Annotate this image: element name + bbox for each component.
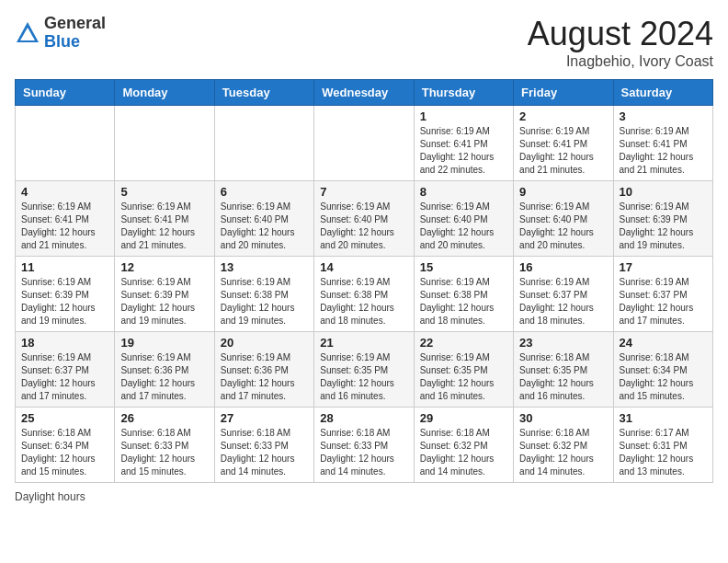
calendar-cell: 7Sunrise: 6:19 AM Sunset: 6:40 PM Daylig…	[314, 181, 414, 257]
day-number: 7	[320, 185, 407, 199]
day-number: 31	[620, 411, 707, 425]
calendar-cell	[314, 106, 414, 181]
calendar-week-row: 18Sunrise: 6:19 AM Sunset: 6:37 PM Dayli…	[16, 332, 713, 408]
day-header-saturday: Saturday	[613, 80, 712, 106]
day-header-thursday: Thursday	[414, 80, 513, 106]
logo-icon	[15, 20, 40, 46]
calendar-cell: 5Sunrise: 6:19 AM Sunset: 6:41 PM Daylig…	[115, 181, 214, 257]
calendar-cell: 18Sunrise: 6:19 AM Sunset: 6:37 PM Dayli…	[16, 332, 115, 408]
footer-note: Daylight hours	[15, 490, 713, 503]
day-number: 3	[620, 109, 707, 123]
day-detail: Sunrise: 6:19 AM Sunset: 6:39 PM Dayligh…	[620, 201, 707, 252]
day-detail: Sunrise: 6:19 AM Sunset: 6:35 PM Dayligh…	[320, 351, 407, 403]
calendar-week-row: 25Sunrise: 6:18 AM Sunset: 6:34 PM Dayli…	[16, 408, 713, 483]
day-number: 20	[221, 336, 308, 350]
day-detail: Sunrise: 6:19 AM Sunset: 6:39 PM Dayligh…	[120, 276, 208, 327]
day-detail: Sunrise: 6:19 AM Sunset: 6:39 PM Dayligh…	[21, 276, 108, 327]
day-number: 21	[320, 336, 407, 350]
logo: General Blue	[15, 15, 106, 52]
calendar-cell: 4Sunrise: 6:19 AM Sunset: 6:41 PM Daylig…	[16, 181, 115, 257]
calendar-week-row: 11Sunrise: 6:19 AM Sunset: 6:39 PM Dayli…	[16, 257, 713, 332]
day-number: 27	[221, 411, 308, 425]
calendar-cell: 3Sunrise: 6:19 AM Sunset: 6:41 PM Daylig…	[613, 106, 712, 181]
calendar-cell	[115, 106, 214, 181]
calendar-cell: 8Sunrise: 6:19 AM Sunset: 6:40 PM Daylig…	[414, 181, 513, 257]
day-number: 26	[120, 411, 208, 425]
day-number: 6	[221, 185, 308, 199]
calendar-cell: 31Sunrise: 6:17 AM Sunset: 6:31 PM Dayli…	[613, 408, 712, 483]
day-detail: Sunrise: 6:18 AM Sunset: 6:34 PM Dayligh…	[620, 351, 707, 403]
calendar-cell: 23Sunrise: 6:18 AM Sunset: 6:35 PM Dayli…	[514, 332, 613, 408]
day-detail: Sunrise: 6:17 AM Sunset: 6:31 PM Dayligh…	[620, 427, 707, 478]
calendar-cell: 16Sunrise: 6:19 AM Sunset: 6:37 PM Dayli…	[514, 257, 613, 332]
day-number: 19	[120, 336, 208, 350]
calendar-table: SundayMondayTuesdayWednesdayThursdayFrid…	[15, 79, 713, 483]
day-detail: Sunrise: 6:19 AM Sunset: 6:38 PM Dayligh…	[420, 276, 507, 327]
calendar-cell: 26Sunrise: 6:18 AM Sunset: 6:33 PM Dayli…	[115, 408, 214, 483]
day-detail: Sunrise: 6:19 AM Sunset: 6:37 PM Dayligh…	[519, 276, 607, 327]
title-section: August 2024 Inagbehio, Ivory Coast	[528, 15, 713, 70]
day-detail: Sunrise: 6:19 AM Sunset: 6:37 PM Dayligh…	[620, 276, 707, 327]
day-detail: Sunrise: 6:18 AM Sunset: 6:32 PM Dayligh…	[519, 427, 607, 478]
logo-blue: Blue	[44, 33, 106, 52]
calendar-header: SundayMondayTuesdayWednesdayThursdayFrid…	[16, 80, 713, 106]
calendar-cell: 30Sunrise: 6:18 AM Sunset: 6:32 PM Dayli…	[514, 408, 613, 483]
day-detail: Sunrise: 6:19 AM Sunset: 6:41 PM Dayligh…	[620, 125, 707, 177]
day-number: 13	[221, 260, 308, 274]
location-subtitle: Inagbehio, Ivory Coast	[528, 53, 713, 70]
day-detail: Sunrise: 6:19 AM Sunset: 6:37 PM Dayligh…	[21, 351, 108, 403]
day-number: 16	[519, 260, 607, 274]
day-number: 29	[420, 411, 507, 425]
calendar-cell: 6Sunrise: 6:19 AM Sunset: 6:40 PM Daylig…	[214, 181, 313, 257]
day-header-sunday: Sunday	[16, 80, 115, 106]
calendar-cell: 11Sunrise: 6:19 AM Sunset: 6:39 PM Dayli…	[16, 257, 115, 332]
calendar-cell: 20Sunrise: 6:19 AM Sunset: 6:36 PM Dayli…	[214, 332, 313, 408]
day-header-monday: Monday	[115, 80, 214, 106]
page-header: General Blue August 2024 Inagbehio, Ivor…	[15, 15, 713, 70]
calendar-cell: 22Sunrise: 6:19 AM Sunset: 6:35 PM Dayli…	[414, 332, 513, 408]
calendar-cell: 15Sunrise: 6:19 AM Sunset: 6:38 PM Dayli…	[414, 257, 513, 332]
day-detail: Sunrise: 6:19 AM Sunset: 6:41 PM Dayligh…	[420, 125, 507, 177]
day-number: 30	[519, 411, 607, 425]
day-header-wednesday: Wednesday	[314, 80, 414, 106]
day-detail: Sunrise: 6:18 AM Sunset: 6:33 PM Dayligh…	[120, 427, 208, 478]
day-number: 17	[620, 260, 707, 274]
day-number: 10	[620, 185, 707, 199]
day-detail: Sunrise: 6:19 AM Sunset: 6:40 PM Dayligh…	[420, 201, 507, 252]
calendar-cell: 19Sunrise: 6:19 AM Sunset: 6:36 PM Dayli…	[115, 332, 214, 408]
calendar-cell: 17Sunrise: 6:19 AM Sunset: 6:37 PM Dayli…	[613, 257, 712, 332]
calendar-cell: 12Sunrise: 6:19 AM Sunset: 6:39 PM Dayli…	[115, 257, 214, 332]
day-number: 23	[519, 336, 607, 350]
day-number: 5	[120, 185, 208, 199]
day-number: 24	[620, 336, 707, 350]
day-number: 14	[320, 260, 407, 274]
calendar-cell: 9Sunrise: 6:19 AM Sunset: 6:40 PM Daylig…	[514, 181, 613, 257]
day-number: 11	[21, 260, 108, 274]
days-of-week-row: SundayMondayTuesdayWednesdayThursdayFrid…	[16, 80, 713, 106]
calendar-cell: 24Sunrise: 6:18 AM Sunset: 6:34 PM Dayli…	[613, 332, 712, 408]
day-detail: Sunrise: 6:19 AM Sunset: 6:36 PM Dayligh…	[120, 351, 208, 403]
calendar-cell: 1Sunrise: 6:19 AM Sunset: 6:41 PM Daylig…	[414, 106, 513, 181]
calendar-cell: 10Sunrise: 6:19 AM Sunset: 6:39 PM Dayli…	[613, 181, 712, 257]
day-detail: Sunrise: 6:19 AM Sunset: 6:40 PM Dayligh…	[221, 201, 308, 252]
day-header-friday: Friday	[514, 80, 613, 106]
calendar-cell: 14Sunrise: 6:19 AM Sunset: 6:38 PM Dayli…	[314, 257, 414, 332]
day-detail: Sunrise: 6:19 AM Sunset: 6:38 PM Dayligh…	[320, 276, 407, 327]
calendar-cell	[214, 106, 313, 181]
day-detail: Sunrise: 6:19 AM Sunset: 6:41 PM Dayligh…	[519, 125, 607, 177]
calendar-cell	[16, 106, 115, 181]
day-number: 2	[519, 109, 607, 123]
calendar-cell: 21Sunrise: 6:19 AM Sunset: 6:35 PM Dayli…	[314, 332, 414, 408]
day-detail: Sunrise: 6:19 AM Sunset: 6:40 PM Dayligh…	[320, 201, 407, 252]
day-number: 25	[21, 411, 108, 425]
calendar-week-row: 4Sunrise: 6:19 AM Sunset: 6:41 PM Daylig…	[16, 181, 713, 257]
day-detail: Sunrise: 6:19 AM Sunset: 6:36 PM Dayligh…	[221, 351, 308, 403]
calendar-cell: 27Sunrise: 6:18 AM Sunset: 6:33 PM Dayli…	[214, 408, 313, 483]
day-detail: Sunrise: 6:19 AM Sunset: 6:35 PM Dayligh…	[420, 351, 507, 403]
day-detail: Sunrise: 6:19 AM Sunset: 6:38 PM Dayligh…	[221, 276, 308, 327]
calendar-cell: 25Sunrise: 6:18 AM Sunset: 6:34 PM Dayli…	[16, 408, 115, 483]
day-number: 1	[420, 109, 507, 123]
day-number: 9	[519, 185, 607, 199]
day-detail: Sunrise: 6:18 AM Sunset: 6:34 PM Dayligh…	[21, 427, 108, 478]
day-number: 12	[120, 260, 208, 274]
